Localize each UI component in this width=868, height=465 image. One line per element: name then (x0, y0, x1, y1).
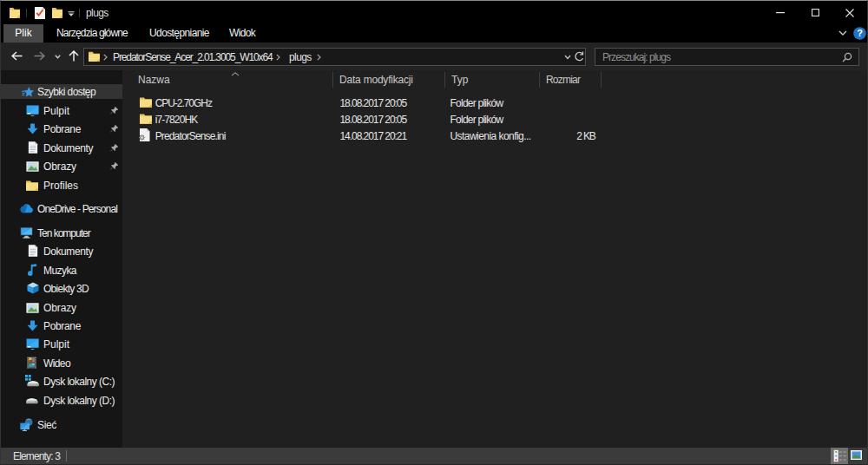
svg-text:?: ? (857, 28, 863, 38)
